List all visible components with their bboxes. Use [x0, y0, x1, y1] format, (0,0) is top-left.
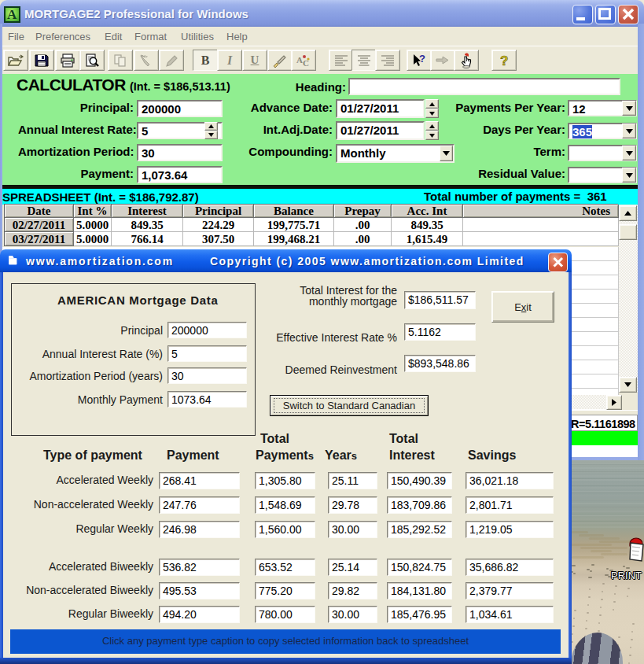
svg-text:?: ? [500, 53, 508, 68]
svg-text:?: ? [419, 53, 425, 65]
svg-text:A: A [296, 55, 303, 65]
